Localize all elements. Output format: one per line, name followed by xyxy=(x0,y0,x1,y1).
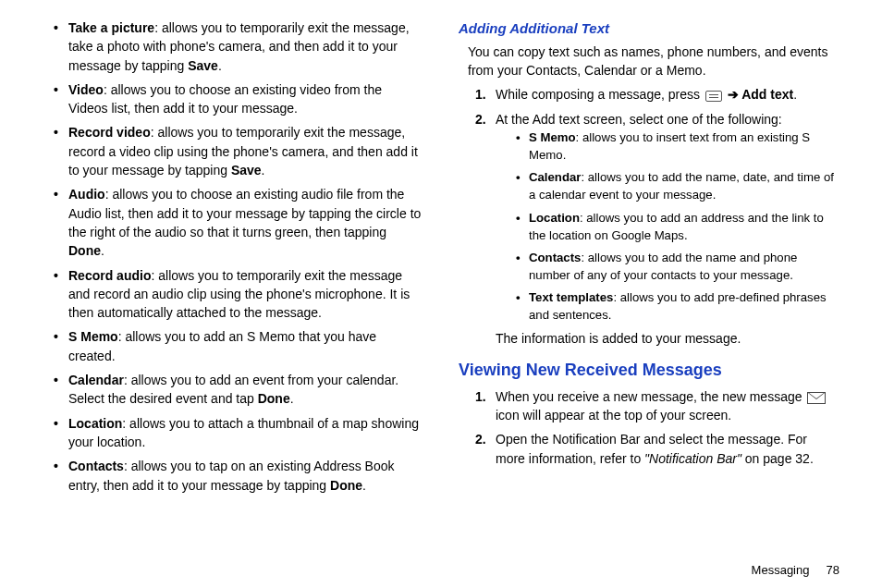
step-after: . xyxy=(793,87,797,102)
list-item: Location: allows you to attach a thumbna… xyxy=(57,414,423,452)
item-desc: : allows you to choose an existing audio… xyxy=(68,187,421,239)
step-text-b: on page 32. xyxy=(741,451,814,466)
item-tail-bold: Save xyxy=(188,58,218,73)
envelope-icon xyxy=(807,392,826,404)
item-label: Calendar xyxy=(68,373,124,387)
item-label: Record audio xyxy=(68,268,151,283)
footer-section: Messaging xyxy=(752,563,810,577)
item-label: S Memo xyxy=(68,329,118,344)
item-label: Record video xyxy=(68,125,151,140)
list-item: Video: allows you to choose an existing … xyxy=(57,80,423,118)
item-tail-bold: Save xyxy=(231,163,262,178)
step-text: At the Add text screen, select one of th… xyxy=(496,112,782,127)
list-item: Contacts: allows you to add the name and… xyxy=(518,249,839,284)
item-tail-bold: Done xyxy=(68,243,101,258)
item-label: S Memo xyxy=(529,130,576,144)
step-item: 1.While composing a message, press ➔ Add… xyxy=(475,85,839,104)
page-columns: Take a picture: allows you to temporaril… xyxy=(43,18,839,545)
list-item: Location: allows you to add an address a… xyxy=(518,209,839,244)
list-item: Calendar: allows you to add the name, da… xyxy=(518,168,839,203)
item-label: Calendar xyxy=(529,170,581,184)
item-tail-after: . xyxy=(262,163,265,178)
list-item: Text templates: allows you to add pre-de… xyxy=(518,288,839,324)
item-tail-after: . xyxy=(290,391,294,406)
step-bold: Add text xyxy=(741,87,793,102)
step-text: When you receive a new message, the new … xyxy=(496,389,805,404)
heading-viewing-messages: Viewing New Received Messages xyxy=(459,358,839,382)
list-item: Audio: allows you to choose an existing … xyxy=(57,185,423,260)
item-label: Text templates xyxy=(529,290,613,304)
step-item: 1.When you receive a new message, the ne… xyxy=(475,387,839,425)
page-footer: Messaging 78 xyxy=(752,563,839,577)
step-number: 1. xyxy=(475,387,486,406)
arrow-icon: ➔ xyxy=(724,87,741,102)
step-number: 1. xyxy=(475,85,486,104)
item-label: Location xyxy=(68,416,122,431)
step-text: While composing a message, press xyxy=(496,87,704,102)
item-desc: : allows you to choose an existing video… xyxy=(68,82,382,116)
heading-adding-text: Adding Additional Text xyxy=(459,18,839,39)
left-column: Take a picture: allows you to temporaril… xyxy=(43,18,423,545)
step-number: 2. xyxy=(475,110,486,129)
step-item: 2.At the Add text screen, select one of … xyxy=(475,110,839,349)
list-item: Take a picture: allows you to temporaril… xyxy=(57,18,423,75)
item-tail-after: . xyxy=(218,58,222,73)
item-label: Location xyxy=(529,211,580,225)
item-label: Take a picture xyxy=(68,20,154,35)
list-item: S Memo: allows you to insert text from a… xyxy=(518,129,839,164)
viewing-steps: 1.When you receive a new message, the ne… xyxy=(459,387,839,468)
list-item: S Memo: allows you to add an S Memo that… xyxy=(57,327,423,365)
addtext-intro: You can copy text such as names, phone n… xyxy=(468,43,839,80)
reference-text: "Notification Bar" xyxy=(644,451,741,466)
addtext-trailing: The information is added to your message… xyxy=(496,329,839,348)
item-label: Audio xyxy=(68,187,105,202)
item-label: Contacts xyxy=(68,459,124,473)
right-column: Adding Additional Text You can copy text… xyxy=(459,18,839,545)
list-item: Calendar: allows you to add an event fro… xyxy=(57,371,423,409)
item-label: Contacts xyxy=(529,251,581,264)
item-tail-bold: Done xyxy=(258,391,290,406)
item-tail-after: . xyxy=(101,243,104,258)
addtext-sublist: S Memo: allows you to insert text from a… xyxy=(496,129,839,324)
menu-icon xyxy=(705,91,722,102)
list-item: Record audio: allows you to temporarily … xyxy=(57,266,423,323)
list-item: Record video: allows you to temporarily … xyxy=(57,123,423,179)
attach-options-list: Take a picture: allows you to temporaril… xyxy=(43,18,423,495)
item-tail-after: . xyxy=(362,478,366,493)
step-number: 2. xyxy=(475,430,486,448)
addtext-steps: 1.While composing a message, press ➔ Add… xyxy=(459,85,839,348)
item-label: Video xyxy=(68,82,104,97)
step-item: 2.Open the Notification Bar and select t… xyxy=(475,430,839,468)
footer-page-number: 78 xyxy=(827,563,839,577)
item-tail-bold: Done xyxy=(330,478,362,493)
list-item: Contacts: allows you to tap on an existi… xyxy=(57,457,423,495)
step-text-b: icon will appear at the top of your scre… xyxy=(496,408,731,423)
